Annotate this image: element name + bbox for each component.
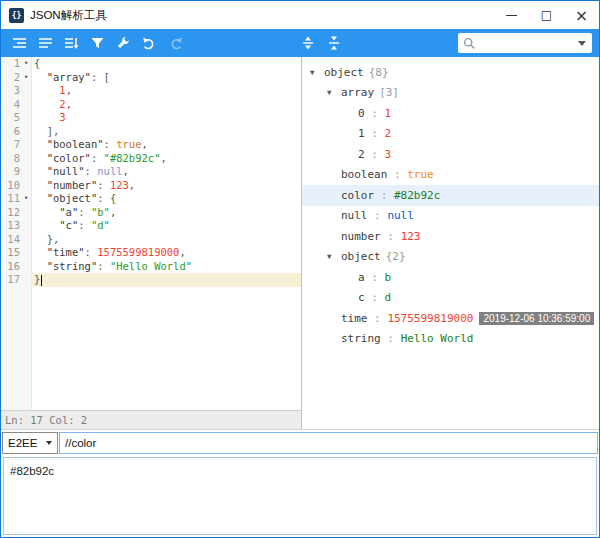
fold-arrow-icon[interactable]: ▾ (21, 192, 31, 206)
code-line[interactable]: ], (31, 125, 301, 139)
code-line[interactable]: 3 (31, 111, 301, 125)
editor-line[interactable]: 10 "number": 123, (1, 179, 301, 193)
code-line[interactable]: 1, (31, 84, 301, 98)
tree-row[interactable]: 0 : 1 (302, 103, 599, 124)
token: , (110, 206, 116, 218)
close-button[interactable]: × (564, 1, 599, 29)
child-count: {2} (386, 250, 406, 263)
window-title: JSON解析工具 (30, 8, 107, 23)
tree-key: 1 (358, 127, 365, 140)
tree-key: boolean (341, 168, 387, 181)
line-gutter: 2▾ (1, 71, 31, 85)
code-line[interactable]: 2, (31, 98, 301, 112)
filter-icon[interactable] (88, 34, 106, 52)
editor-line[interactable]: 17} (1, 273, 301, 287)
editor-line[interactable]: 4 2, (1, 98, 301, 112)
undo-icon[interactable] (140, 34, 158, 52)
expand-all-icon[interactable] (299, 34, 317, 52)
redo-icon[interactable] (166, 34, 184, 52)
tree-row[interactable]: ▼array[3] (302, 83, 599, 104)
code-line[interactable]: "array": [ (31, 71, 301, 85)
code-line[interactable]: { (31, 57, 301, 71)
editor-line[interactable]: 13 "c": "d" (1, 219, 301, 233)
sort-icon[interactable] (62, 34, 80, 52)
query-result[interactable]: #82b92c (3, 457, 597, 535)
tree-pane: ▼object{8}▼array[3]0 : 11 : 22 : 3boolea… (302, 57, 599, 429)
tree-row[interactable]: a : b (302, 267, 599, 288)
maximize-button[interactable]: □ (529, 1, 564, 29)
fold-spacer (21, 233, 31, 247)
code-line[interactable]: "string": "Hello World" (31, 260, 301, 274)
code-line[interactable]: "null": null, (31, 165, 301, 179)
collapse-triangle-icon[interactable]: ▼ (327, 88, 341, 97)
editor-line[interactable]: 14 }, (1, 233, 301, 247)
line-number: 7 (14, 138, 21, 152)
fold-spacer (21, 152, 31, 166)
token (34, 206, 59, 218)
token: : (104, 138, 117, 150)
line-number: 9 (14, 165, 21, 179)
editor-line[interactable]: 12 "a": "b", (1, 206, 301, 220)
json-editor[interactable]: 1▾{2▾ "array": [3 1,4 2,5 36 ],7 "boolea… (1, 57, 301, 410)
tree-row[interactable]: color : #82b92c (302, 185, 599, 206)
editor-line[interactable]: 7 "boolean": true, (1, 138, 301, 152)
editor-line[interactable]: 3 1, (1, 84, 301, 98)
query-path-input[interactable] (59, 432, 598, 454)
tree-key: time (341, 312, 368, 325)
tree-row[interactable]: time : 15755998190002019-12-06 10:36:59:… (302, 308, 599, 329)
editor-line[interactable]: 2▾ "array": [ (1, 71, 301, 85)
tree-row[interactable]: null : null (302, 206, 599, 227)
code-line[interactable]: "a": "b", (31, 206, 301, 220)
editor-statusbar: Ln: 17 Col: 2 (1, 410, 301, 429)
code-line[interactable]: "object": { (31, 192, 301, 206)
tree-row[interactable]: ▼object{8} (302, 62, 599, 83)
fold-spacer (21, 125, 31, 139)
code-line[interactable]: "color": "#82b92c", (31, 152, 301, 166)
editor-line[interactable]: 6 ], (1, 125, 301, 139)
tree-row[interactable]: 1 : 2 (302, 124, 599, 145)
tree-row[interactable]: number : 123 (302, 226, 599, 247)
code-line[interactable]: "boolean": true, (31, 138, 301, 152)
tree-row[interactable]: string : Hello World (302, 329, 599, 350)
line-gutter: 17 (1, 273, 31, 287)
tree-row[interactable]: boolean : true (302, 165, 599, 186)
repair-icon[interactable] (114, 34, 132, 52)
editor-line[interactable]: 1▾{ (1, 57, 301, 71)
search-box[interactable] (458, 33, 592, 53)
code-line[interactable]: "time": 1575599819000, (31, 246, 301, 260)
editor-line[interactable]: 9 "null": null, (1, 165, 301, 179)
collapse-triangle-icon[interactable]: ▼ (310, 68, 324, 77)
tree-row[interactable]: c : d (302, 288, 599, 309)
minimize-button[interactable]: — (494, 1, 529, 29)
token: } (34, 273, 40, 285)
token (34, 98, 59, 110)
code-line[interactable]: } (31, 273, 301, 287)
compact-icon[interactable] (36, 34, 54, 52)
editor-line[interactable]: 15 "time": 1575599819000, (1, 246, 301, 260)
tree-row[interactable]: 2 : 3 (302, 144, 599, 165)
search-icon (463, 37, 476, 50)
fold-arrow-icon[interactable]: ▾ (21, 71, 31, 85)
editor-line[interactable]: 5 3 (1, 111, 301, 125)
code-line[interactable]: }, (31, 233, 301, 247)
line-number: 8 (14, 152, 21, 166)
collapse-all-icon[interactable] (325, 34, 343, 52)
editor-line[interactable]: 8 "color": "#82b92c", (1, 152, 301, 166)
editor-line[interactable]: 16 "string": "Hello World" (1, 260, 301, 274)
collapse-triangle-icon[interactable]: ▼ (327, 252, 341, 261)
token: "d" (91, 219, 110, 231)
fold-arrow-icon[interactable]: ▾ (21, 57, 31, 71)
format-icon[interactable] (10, 34, 28, 52)
tree-row[interactable]: ▼object{2} (302, 247, 599, 268)
code-line[interactable]: "c": "d" (31, 219, 301, 233)
search-dropdown-icon[interactable] (578, 41, 586, 46)
line-number: 1 (14, 57, 21, 71)
tree-value: Hello World (401, 332, 474, 345)
key-value-separator: : (365, 127, 385, 140)
search-input[interactable] (479, 36, 578, 50)
code-line[interactable]: "number": 123, (31, 179, 301, 193)
query-mode-select[interactable]: E2EE (2, 432, 58, 454)
line-gutter: 3 (1, 84, 31, 98)
editor-line[interactable]: 11▾ "object": { (1, 192, 301, 206)
line-gutter: 14 (1, 233, 31, 247)
